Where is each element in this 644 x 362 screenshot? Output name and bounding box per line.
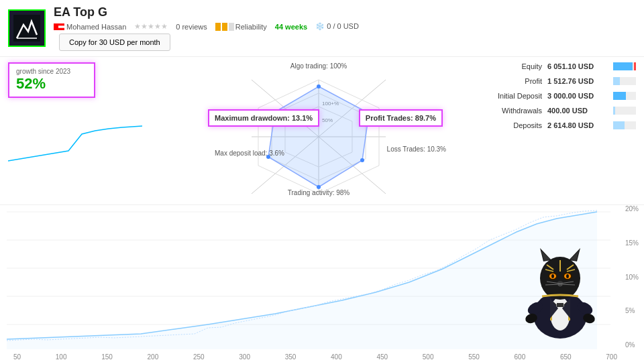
initial-bar-fill [613,92,626,100]
loss-trades-label: Loss Trades: 10.3% [387,145,446,153]
equity-bar-red [634,62,636,70]
deposits-value: 2 614.80 USD [547,121,608,129]
x-label-600: 600 [515,353,526,361]
center-panel: Algo trading: 100% Trading activity: 98%… [162,62,475,219]
deposits-row: Deposits 2 614.80 USD [482,121,636,129]
radar-container: Algo trading: 100% Trading activity: 98%… [245,62,392,196]
x-label-150: 150 [101,353,113,361]
x-label-550: 550 [468,353,480,361]
flag-icon: Mohamed Hassan [54,23,126,31]
page-title: EA Top G [54,5,107,19]
reliability-bar: Reliability [215,23,267,31]
svg-rect-31 [557,303,564,307]
svg-point-16 [317,84,321,88]
svg-point-49 [566,274,569,278]
profit-trades-box: Profit Trades: 89.7% [359,109,443,127]
snowflake-icon: ❄️ [315,22,325,30]
radar-label-algo: Algo trading: 100% [290,62,347,70]
profit-label: Profit [482,77,542,85]
mini-chart-svg [8,101,142,168]
deposits-bar-fill [613,121,625,129]
profit-bar [613,77,636,85]
weeks-count: 44 weeks [275,23,307,31]
x-label-200: 200 [148,353,159,361]
equity-value: 6 051.10 USD [547,62,608,70]
y-label-10: 10% [625,274,639,281]
equity-bar-fill [613,62,633,70]
radar-label-activity: Trading activity: 98% [288,189,350,196]
svg-point-18 [360,158,364,162]
initial-label: Initial Deposit [482,92,542,100]
initial-value: 3 000.00 USD [547,92,608,100]
withdrawals-bar [613,107,636,115]
profit-bar-fill [613,77,620,85]
y-label-20: 20% [625,205,639,213]
x-label-50: 50 [13,353,21,361]
deposits-bar [613,121,636,129]
x-label-250: 250 [193,353,205,361]
stars-icon: ★★★★★ [134,22,168,31]
growth-box: growth since 2023 52% [8,62,95,98]
header: EA Top G Mohamed Hassan ★★★★★ 0 reviews … [0,0,644,57]
radar-svg: 100+% 50% [245,73,392,207]
panther-image [517,235,604,342]
withdrawals-value: 400.00 USD [547,107,608,115]
withdrawals-bar-fill [613,107,615,115]
usd-display: ❄️ 0 / 0 USD [315,22,359,31]
header-meta: Mohamed Hassan ★★★★★ 0 reviews Reliabili… [54,22,359,31]
svg-point-48 [551,274,554,278]
reviews-count: 0 reviews [176,23,207,31]
profit-row: Profit 1 512.76 USD [482,77,636,85]
logo-icon [13,15,40,42]
big-chart-area: 20% 15% 10% 5% 0% 50 100 [0,204,644,362]
right-panel: Equity 6 051.10 USD Profit 1 512.76 USD … [482,62,636,219]
y-label-15: 15% [625,239,639,247]
x-label-700: 700 [606,353,617,361]
rel-block-2 [222,23,227,31]
withdrawals-label: Withdrawals [482,107,542,115]
growth-label: growth since 2023 [16,68,87,75]
rel-block-3 [229,23,234,31]
initial-deposit-row: Initial Deposit 3 000.00 USD [482,92,636,100]
initial-bar [613,92,636,100]
copy-button[interactable]: Copy for 30 USD per month [59,34,170,51]
x-label-300: 300 [239,353,250,361]
deposits-label: Deposits [482,121,542,129]
main-section: growth since 2023 52% xChief-Classic 1:5… [0,57,644,225]
logo-box [8,9,46,47]
left-panel: growth since 2023 52% xChief-Classic 1:5… [8,62,156,219]
svg-rect-5 [54,23,58,30]
equity-row: Equity 6 051.10 USD [482,62,636,70]
chart-x-labels: 50 100 150 200 250 300 350 400 450 500 5… [13,353,617,361]
x-label-650: 650 [560,353,572,361]
chart-y-labels: 20% 15% 10% 5% 0% [625,205,639,349]
x-label-400: 400 [331,353,342,361]
x-label-500: 500 [423,353,434,361]
mini-chart [8,101,156,208]
y-label-0: 0% [625,341,639,349]
equity-bar [613,62,636,70]
profit-value: 1 512.76 USD [547,77,608,85]
max-drawdown-box: Maximum drawdown: 13.1% [208,109,319,127]
rel-block-1 [215,23,221,31]
equity-label: Equity [482,62,542,70]
header-info: EA Top G Mohamed Hassan ★★★★★ 0 reviews … [54,5,359,51]
x-label-350: 350 [285,353,297,361]
growth-value: 52% [16,75,87,93]
x-label-450: 450 [376,353,388,361]
max-deposit-label: Max deposit load: 3.6% [215,149,284,157]
withdrawals-row: Withdrawals 400.00 USD [482,107,636,115]
x-label-100: 100 [56,353,67,361]
y-label-5: 5% [625,307,639,314]
svg-marker-15 [268,86,369,187]
